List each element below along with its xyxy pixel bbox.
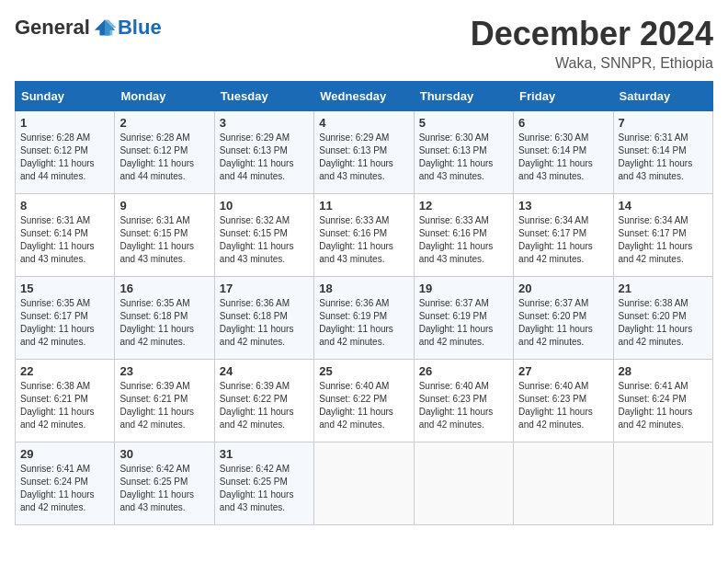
daylight-label: Daylight: 11 hours [619, 241, 693, 251]
daylight-label: Daylight: 11 hours [518, 324, 593, 334]
table-row: 11 Sunrise: 6:33 AM Sunset: 6:16 PM Dayl… [314, 194, 414, 277]
day-number: 16 [119, 282, 209, 295]
col-wednesday: Wednesday [314, 82, 414, 111]
sunset-label: Sunset: 6:21 PM [119, 394, 188, 404]
page-header: General Blue December 2024 Waka, SNNPR, … [15, 15, 713, 72]
sunrise-label: Sunrise: 6:32 AM [220, 215, 290, 225]
sunset-label: Sunset: 6:12 PM [119, 145, 188, 155]
day-info: Sunrise: 6:32 AM Sunset: 6:15 PM Dayligh… [220, 214, 309, 266]
sunrise-label: Sunrise: 6:40 AM [419, 381, 489, 391]
day-info: Sunrise: 6:29 AM Sunset: 6:13 PM Dayligh… [319, 132, 408, 183]
sunset-label: Sunset: 6:17 PM [20, 311, 88, 321]
sunset-label: Sunset: 6:14 PM [619, 145, 687, 155]
table-row: 13 Sunrise: 6:34 AM Sunset: 6:17 PM Dayl… [514, 194, 613, 277]
day-info: Sunrise: 6:34 AM Sunset: 6:17 PM Dayligh… [619, 214, 708, 266]
col-monday: Monday [115, 82, 214, 111]
title-block: December 2024 Waka, SNNPR, Ethiopia [471, 15, 713, 72]
daylight-label: Daylight: 11 hours [319, 407, 393, 417]
day-number: 15 [20, 282, 109, 295]
sunset-label: Sunset: 6:15 PM [220, 228, 288, 238]
day-number: 5 [419, 116, 508, 130]
calendar-week-3: 15 Sunrise: 6:35 AM Sunset: 6:17 PM Dayl… [16, 277, 713, 360]
sunrise-label: Sunrise: 6:38 AM [20, 381, 90, 391]
table-row: 24 Sunrise: 6:39 AM Sunset: 6:22 PM Dayl… [214, 360, 313, 442]
day-number: 12 [419, 199, 508, 213]
day-number: 27 [518, 364, 608, 378]
calendar-header: Sunday Monday Tuesday Wednesday Thursday… [16, 82, 713, 111]
logo: General Blue [15, 15, 162, 40]
month-title: December 2024 [471, 15, 713, 53]
daylight-minutes: and 44 minutes. [20, 171, 85, 181]
sunrise-label: Sunrise: 6:31 AM [619, 132, 688, 143]
daylight-minutes: and 43 minutes. [619, 171, 684, 181]
col-sunday: Sunday [16, 82, 115, 111]
daylight-label: Daylight: 11 hours [20, 407, 95, 417]
calendar-week-4: 22 Sunrise: 6:38 AM Sunset: 6:21 PM Dayl… [16, 360, 713, 442]
daylight-label: Daylight: 11 hours [220, 489, 294, 500]
table-row: 16 Sunrise: 6:35 AM Sunset: 6:18 PM Dayl… [115, 277, 214, 360]
calendar-week-1: 1 Sunrise: 6:28 AM Sunset: 6:12 PM Dayli… [16, 111, 713, 194]
day-number: 3 [220, 116, 309, 130]
table-row: 2 Sunrise: 6:28 AM Sunset: 6:12 PM Dayli… [115, 111, 214, 194]
day-number: 2 [119, 116, 209, 130]
sunrise-label: Sunrise: 6:37 AM [518, 298, 588, 308]
sunset-label: Sunset: 6:25 PM [119, 477, 188, 487]
daylight-label: Daylight: 11 hours [518, 407, 593, 417]
daylight-minutes: and 42 minutes. [619, 254, 684, 264]
day-number: 8 [20, 199, 109, 213]
day-number: 23 [119, 364, 209, 378]
daylight-label: Daylight: 11 hours [20, 158, 95, 168]
daylight-minutes: and 42 minutes. [119, 337, 185, 347]
table-row: 5 Sunrise: 6:30 AM Sunset: 6:13 PM Dayli… [414, 111, 513, 194]
sunset-label: Sunset: 6:15 PM [119, 228, 188, 238]
day-info: Sunrise: 6:41 AM Sunset: 6:24 PM Dayligh… [20, 463, 109, 514]
day-info: Sunrise: 6:31 AM Sunset: 6:14 PM Dayligh… [20, 214, 109, 266]
daylight-label: Daylight: 11 hours [119, 241, 194, 251]
daylight-minutes: and 42 minutes. [619, 337, 684, 347]
sunset-label: Sunset: 6:17 PM [518, 228, 586, 238]
table-row: 22 Sunrise: 6:38 AM Sunset: 6:21 PM Dayl… [16, 360, 115, 442]
daylight-label: Daylight: 11 hours [619, 158, 693, 168]
day-info: Sunrise: 6:35 AM Sunset: 6:17 PM Dayligh… [20, 297, 109, 349]
daylight-minutes: and 42 minutes. [319, 419, 384, 430]
sunrise-label: Sunrise: 6:36 AM [319, 298, 389, 308]
calendar-table: Sunday Monday Tuesday Wednesday Thursday… [15, 81, 713, 525]
daylight-minutes: and 42 minutes. [20, 419, 85, 430]
calendar-body: 1 Sunrise: 6:28 AM Sunset: 6:12 PM Dayli… [16, 111, 713, 525]
table-row: 1 Sunrise: 6:28 AM Sunset: 6:12 PM Dayli… [16, 111, 115, 194]
sunset-label: Sunset: 6:19 PM [419, 311, 487, 321]
day-number: 24 [220, 364, 309, 378]
sunrise-label: Sunrise: 6:28 AM [119, 132, 189, 143]
table-row: 19 Sunrise: 6:37 AM Sunset: 6:19 PM Dayl… [414, 277, 513, 360]
daylight-minutes: and 42 minutes. [119, 419, 185, 430]
daylight-label: Daylight: 11 hours [220, 158, 294, 168]
table-row: 17 Sunrise: 6:36 AM Sunset: 6:18 PM Dayl… [214, 277, 313, 360]
day-info: Sunrise: 6:31 AM Sunset: 6:14 PM Dayligh… [619, 132, 708, 183]
sunrise-label: Sunrise: 6:28 AM [20, 132, 90, 143]
sunrise-label: Sunrise: 6:34 AM [518, 215, 588, 225]
sunrise-label: Sunrise: 6:39 AM [220, 381, 290, 391]
daylight-minutes: and 42 minutes. [220, 419, 285, 430]
day-number: 18 [319, 282, 408, 295]
day-number: 21 [619, 282, 708, 295]
day-number: 1 [20, 116, 109, 130]
daylight-minutes: and 43 minutes. [419, 171, 484, 181]
day-number: 26 [419, 364, 508, 378]
daylight-minutes: and 42 minutes. [20, 502, 85, 512]
daylight-minutes: and 42 minutes. [220, 337, 285, 347]
table-row: 23 Sunrise: 6:39 AM Sunset: 6:21 PM Dayl… [115, 360, 214, 442]
daylight-label: Daylight: 11 hours [518, 241, 593, 251]
daylight-minutes: and 42 minutes. [518, 254, 584, 264]
calendar-week-2: 8 Sunrise: 6:31 AM Sunset: 6:14 PM Dayli… [16, 194, 713, 277]
daylight-label: Daylight: 11 hours [20, 489, 95, 500]
table-row: 6 Sunrise: 6:30 AM Sunset: 6:14 PM Dayli… [514, 111, 613, 194]
sunset-label: Sunset: 6:20 PM [518, 311, 586, 321]
daylight-label: Daylight: 11 hours [119, 489, 194, 500]
table-row: 31 Sunrise: 6:42 AM Sunset: 6:25 PM Dayl… [214, 442, 313, 525]
day-info: Sunrise: 6:40 AM Sunset: 6:23 PM Dayligh… [518, 380, 608, 431]
sunset-label: Sunset: 6:13 PM [419, 145, 487, 155]
daylight-label: Daylight: 11 hours [119, 158, 194, 168]
daylight-label: Daylight: 11 hours [319, 158, 393, 168]
sunset-label: Sunset: 6:17 PM [619, 228, 687, 238]
day-info: Sunrise: 6:37 AM Sunset: 6:20 PM Dayligh… [518, 297, 608, 349]
